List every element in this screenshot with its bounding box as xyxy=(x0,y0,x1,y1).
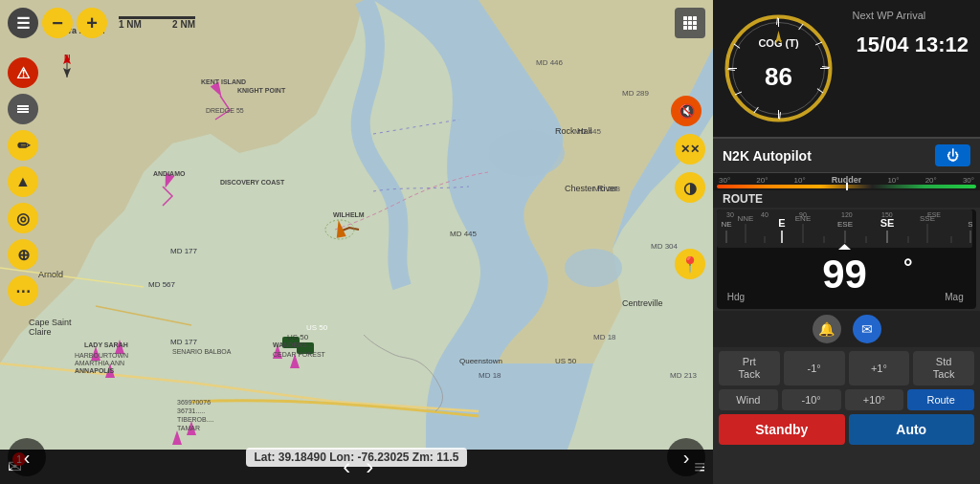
navigate-btn[interactable]: ▲ xyxy=(8,166,38,197)
minus1-btn[interactable]: -1° xyxy=(784,351,845,385)
svg-text:369970076: 369970076 xyxy=(177,399,211,406)
autopilot-label: N2K Autopilot xyxy=(723,148,812,164)
back-arrow[interactable]: ‹ xyxy=(8,438,46,476)
more-btn[interactable]: ⋯ xyxy=(8,275,38,306)
svg-text:SE: SE xyxy=(880,217,895,229)
svg-text:MD 567: MD 567 xyxy=(148,280,176,289)
edit-btn[interactable]: ✏ xyxy=(8,130,38,161)
svg-text:Mag: Mag xyxy=(945,292,963,302)
rudder-tick-pos20: 20° xyxy=(925,176,937,185)
expand-btn[interactable]: ✕✕ xyxy=(675,134,705,165)
north-indicator: N xyxy=(56,53,78,81)
svg-text:MD 177: MD 177 xyxy=(170,338,198,346)
map-right-btns-top: ✕✕ ◑ xyxy=(675,134,705,203)
warning-btn[interactable]: ⚠ xyxy=(8,57,38,88)
scale-label-1: 1 NM xyxy=(119,19,142,30)
svg-rect-75 xyxy=(688,26,692,30)
coordinates-display: Lat: 39.18490 Lon: -76.23025 Zm: 11.5 xyxy=(246,448,466,467)
minus10-btn[interactable]: -10° xyxy=(782,389,841,410)
menu-btn[interactable]: ☰ xyxy=(8,8,38,38)
svg-rect-67 xyxy=(17,105,29,107)
svg-text:MD 18: MD 18 xyxy=(479,371,501,380)
svg-rect-76 xyxy=(693,26,697,30)
standby-btn[interactable]: Standby xyxy=(719,414,845,445)
svg-text:S: S xyxy=(968,220,972,229)
svg-text:MD 18: MD 18 xyxy=(593,333,616,341)
svg-text:DREDGE 55: DREDGE 55 xyxy=(206,107,244,114)
forward-arrow[interactable]: › xyxy=(667,438,705,476)
gps-btn[interactable]: ◎ xyxy=(8,203,38,233)
prt-tack-btn[interactable]: PrtTack xyxy=(719,351,780,385)
svg-text:86: 86 xyxy=(765,62,792,91)
svg-point-2 xyxy=(565,249,622,287)
map-area[interactable]: Riviera Beach Rock Hall Chester River Ce… xyxy=(0,0,713,484)
wp-label: Next WP Arrival xyxy=(853,10,973,21)
svg-text:ESE: ESE xyxy=(927,211,941,218)
svg-text:MD 445: MD 445 xyxy=(450,230,478,238)
svg-text:CEDAR FOREST: CEDAR FOREST xyxy=(273,351,326,358)
contrast-btn[interactable]: ◑ xyxy=(675,172,705,203)
svg-text:40: 40 xyxy=(761,211,768,218)
svg-rect-74 xyxy=(683,26,687,30)
mute-btn[interactable]: 🔇 xyxy=(671,96,702,126)
svg-text:WANDERS...: WANDERS... xyxy=(273,341,313,348)
svg-text:NNE: NNE xyxy=(738,214,754,223)
scale-label-2: 2 NM xyxy=(172,19,195,30)
svg-text:DISCOVERY COAST: DISCOVERY COAST xyxy=(220,179,285,186)
svg-text:Arnold: Arnold xyxy=(38,270,63,279)
svg-text:NE: NE xyxy=(721,220,731,229)
svg-rect-68 xyxy=(683,16,687,20)
svg-text:MD 445: MD 445 xyxy=(574,127,602,136)
svg-text:MD 268: MD 268 xyxy=(593,185,621,193)
svg-text:E: E xyxy=(778,217,785,229)
power-btn[interactable]: ⏻ xyxy=(935,144,970,166)
svg-point-1 xyxy=(488,129,565,177)
svg-rect-66 xyxy=(17,108,29,110)
autopilot-header: N2K Autopilot ⏻ xyxy=(713,139,980,173)
grid-btn[interactable] xyxy=(675,8,705,38)
map-right-btns-bottom: 📍 xyxy=(675,249,705,279)
svg-text:Claire: Claire xyxy=(29,327,52,337)
svg-text:99: 99 xyxy=(822,252,867,297)
svg-text:LADY SARAH: LADY SARAH xyxy=(84,341,128,348)
route-label: ROUTE xyxy=(713,190,980,208)
svg-rect-72 xyxy=(688,21,692,25)
zoom-in-btn[interactable]: + xyxy=(77,8,107,38)
bell-btn[interactable]: 🔔 xyxy=(813,315,841,343)
svg-text:Queenstown: Queenstown xyxy=(459,357,502,365)
svg-text:US 50: US 50 xyxy=(306,323,328,332)
svg-text:TAMAR: TAMAR xyxy=(177,425,200,431)
route-btn[interactable]: Route xyxy=(907,389,974,410)
control-buttons: PrtTack -1° +1° StdTack Wind -10° +10° R… xyxy=(713,347,980,449)
zoom-out-btn[interactable]: − xyxy=(42,8,73,38)
svg-rect-73 xyxy=(693,21,697,25)
scale-bar: 1 NM 2 NM xyxy=(119,16,195,30)
map-bottom-toolbar: ‹ Lat: 39.18490 Lon: -76.23025 Zm: 11.5 … xyxy=(0,438,713,476)
rudder-tick-neg30: 30° xyxy=(719,176,730,185)
svg-text:AMARTHIA ANN: AMARTHIA ANN xyxy=(75,360,124,366)
svg-text:US 50: US 50 xyxy=(287,333,309,341)
heading-display: NE NNE E ENE ESE SE SSE S xyxy=(717,209,976,309)
svg-text:KENT ISLAND: KENT ISLAND xyxy=(201,78,246,85)
svg-text:150: 150 xyxy=(881,211,893,218)
wind-row: Wind -10° +10° Route xyxy=(719,389,974,410)
svg-text:Cape Saint: Cape Saint xyxy=(29,318,72,327)
plus1-btn[interactable]: +1° xyxy=(849,351,910,385)
pin-btn[interactable]: 📍 xyxy=(675,249,705,279)
svg-text:ESE: ESE xyxy=(837,220,853,229)
svg-rect-71 xyxy=(683,21,687,25)
layers-btn[interactable] xyxy=(8,94,38,124)
wind-btn[interactable]: Wind xyxy=(719,389,778,410)
rudder-tick-neg20: 20° xyxy=(756,176,768,185)
email-btn[interactable]: ✉ xyxy=(853,315,881,343)
std-tack-btn[interactable]: StdTack xyxy=(913,351,974,385)
svg-text:US 50: US 50 xyxy=(555,357,577,365)
map-left-toolbar: ⚠ ✏ ▲ ◎ ⊕ ⋯ xyxy=(8,57,38,306)
target-btn[interactable]: ⊕ xyxy=(8,239,38,270)
svg-text:°: ° xyxy=(903,253,913,279)
svg-text:SENARIO BALBOA: SENARIO BALBOA xyxy=(172,348,232,355)
right-panel: COG (T) 86 Next WP Arrival 15/04 13:12 N… xyxy=(713,0,980,484)
auto-btn[interactable]: Auto xyxy=(849,414,975,445)
svg-text:MD 213: MD 213 xyxy=(670,371,698,380)
plus10-btn[interactable]: +10° xyxy=(845,389,904,410)
